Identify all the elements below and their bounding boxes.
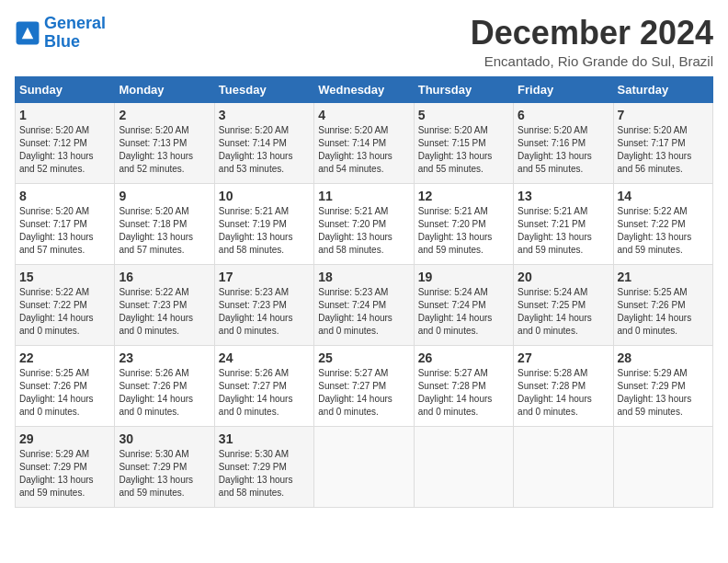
calendar-cell: 23Sunrise: 5:26 AM Sunset: 7:26 PM Dayli… bbox=[115, 345, 214, 426]
day-number: 11 bbox=[318, 189, 409, 203]
day-info: Sunrise: 5:30 AM Sunset: 7:29 PM Dayligh… bbox=[119, 448, 210, 500]
day-info: Sunrise: 5:20 AM Sunset: 7:14 PM Dayligh… bbox=[318, 124, 409, 176]
calendar-cell: 19Sunrise: 5:24 AM Sunset: 7:24 PM Dayli… bbox=[414, 264, 513, 345]
day-info: Sunrise: 5:21 AM Sunset: 7:19 PM Dayligh… bbox=[219, 205, 310, 257]
calendar-cell bbox=[514, 426, 613, 507]
day-of-week-monday: Monday bbox=[115, 76, 214, 102]
day-number: 16 bbox=[119, 270, 210, 284]
day-info: Sunrise: 5:23 AM Sunset: 7:24 PM Dayligh… bbox=[318, 286, 409, 338]
day-info: Sunrise: 5:20 AM Sunset: 7:12 PM Dayligh… bbox=[19, 124, 110, 176]
day-info: Sunrise: 5:25 AM Sunset: 7:26 PM Dayligh… bbox=[19, 367, 110, 419]
calendar-cell: 2Sunrise: 5:20 AM Sunset: 7:13 PM Daylig… bbox=[115, 102, 214, 183]
title-block: December 2024 Encantado, Rio Grande do S… bbox=[471, 15, 713, 69]
calendar-cell: 13Sunrise: 5:21 AM Sunset: 7:21 PM Dayli… bbox=[514, 183, 613, 264]
day-number: 6 bbox=[518, 108, 609, 122]
day-number: 9 bbox=[119, 189, 210, 203]
day-info: Sunrise: 5:21 AM Sunset: 7:21 PM Dayligh… bbox=[518, 205, 609, 257]
day-info: Sunrise: 5:20 AM Sunset: 7:13 PM Dayligh… bbox=[119, 124, 210, 176]
calendar-cell: 29Sunrise: 5:29 AM Sunset: 7:29 PM Dayli… bbox=[16, 426, 115, 507]
calendar-cell: 4Sunrise: 5:20 AM Sunset: 7:14 PM Daylig… bbox=[314, 102, 414, 183]
day-number: 24 bbox=[219, 350, 310, 365]
calendar-cell: 5Sunrise: 5:20 AM Sunset: 7:15 PM Daylig… bbox=[414, 102, 513, 183]
calendar-week-5: 29Sunrise: 5:29 AM Sunset: 7:29 PM Dayli… bbox=[16, 426, 713, 507]
calendar-cell: 24Sunrise: 5:26 AM Sunset: 7:27 PM Dayli… bbox=[214, 345, 313, 426]
day-number: 30 bbox=[119, 431, 210, 446]
day-number: 3 bbox=[219, 108, 310, 122]
location: Encantado, Rio Grande do Sul, Brazil bbox=[471, 53, 713, 69]
day-info: Sunrise: 5:22 AM Sunset: 7:22 PM Dayligh… bbox=[618, 205, 709, 257]
day-number: 29 bbox=[19, 431, 110, 446]
calendar-cell: 31Sunrise: 5:30 AM Sunset: 7:29 PM Dayli… bbox=[214, 426, 313, 507]
calendar-cell: 8Sunrise: 5:20 AM Sunset: 7:17 PM Daylig… bbox=[16, 183, 115, 264]
day-info: Sunrise: 5:27 AM Sunset: 7:28 PM Dayligh… bbox=[418, 367, 509, 419]
day-info: Sunrise: 5:26 AM Sunset: 7:26 PM Dayligh… bbox=[119, 367, 210, 419]
calendar-cell: 7Sunrise: 5:20 AM Sunset: 7:17 PM Daylig… bbox=[613, 102, 712, 183]
calendar-cell: 10Sunrise: 5:21 AM Sunset: 7:19 PM Dayli… bbox=[214, 183, 313, 264]
calendar-cell: 20Sunrise: 5:24 AM Sunset: 7:25 PM Dayli… bbox=[514, 264, 613, 345]
day-of-week-wednesday: Wednesday bbox=[314, 76, 414, 102]
day-number: 31 bbox=[219, 431, 310, 446]
day-info: Sunrise: 5:20 AM Sunset: 7:17 PM Dayligh… bbox=[618, 124, 709, 176]
calendar-week-1: 1Sunrise: 5:20 AM Sunset: 7:12 PM Daylig… bbox=[16, 102, 713, 183]
day-number: 10 bbox=[219, 189, 310, 203]
calendar-week-4: 22Sunrise: 5:25 AM Sunset: 7:26 PM Dayli… bbox=[16, 345, 713, 426]
calendar-cell: 3Sunrise: 5:20 AM Sunset: 7:14 PM Daylig… bbox=[214, 102, 313, 183]
calendar-cell: 30Sunrise: 5:30 AM Sunset: 7:29 PM Dayli… bbox=[115, 426, 214, 507]
day-number: 7 bbox=[618, 108, 709, 122]
day-number: 13 bbox=[518, 189, 609, 203]
calendar-cell: 25Sunrise: 5:27 AM Sunset: 7:27 PM Dayli… bbox=[314, 345, 414, 426]
day-number: 28 bbox=[618, 350, 709, 365]
day-number: 22 bbox=[19, 350, 110, 365]
day-of-week-sunday: Sunday bbox=[16, 76, 115, 102]
calendar-cell: 14Sunrise: 5:22 AM Sunset: 7:22 PM Dayli… bbox=[613, 183, 712, 264]
day-number: 15 bbox=[19, 270, 110, 284]
day-number: 12 bbox=[418, 189, 509, 203]
calendar-cell: 18Sunrise: 5:23 AM Sunset: 7:24 PM Dayli… bbox=[314, 264, 414, 345]
calendar-cell bbox=[613, 426, 712, 507]
day-number: 18 bbox=[318, 270, 409, 284]
day-info: Sunrise: 5:21 AM Sunset: 7:20 PM Dayligh… bbox=[318, 205, 409, 257]
day-number: 21 bbox=[618, 270, 709, 284]
day-number: 2 bbox=[119, 108, 210, 122]
day-info: Sunrise: 5:20 AM Sunset: 7:17 PM Dayligh… bbox=[19, 205, 110, 257]
day-info: Sunrise: 5:30 AM Sunset: 7:29 PM Dayligh… bbox=[219, 448, 310, 500]
page-header: GeneralBlue December 2024 Encantado, Rio… bbox=[15, 15, 713, 69]
day-info: Sunrise: 5:20 AM Sunset: 7:16 PM Dayligh… bbox=[518, 124, 609, 176]
calendar-cell bbox=[414, 426, 513, 507]
calendar-cell: 1Sunrise: 5:20 AM Sunset: 7:12 PM Daylig… bbox=[16, 102, 115, 183]
day-info: Sunrise: 5:22 AM Sunset: 7:23 PM Dayligh… bbox=[119, 286, 210, 338]
month-title: December 2024 bbox=[471, 15, 713, 52]
calendar-cell: 21Sunrise: 5:25 AM Sunset: 7:26 PM Dayli… bbox=[613, 264, 712, 345]
calendar-week-3: 15Sunrise: 5:22 AM Sunset: 7:22 PM Dayli… bbox=[16, 264, 713, 345]
day-number: 26 bbox=[418, 350, 509, 365]
days-of-week-header: SundayMondayTuesdayWednesdayThursdayFrid… bbox=[16, 76, 713, 102]
logo: GeneralBlue bbox=[15, 15, 106, 52]
day-number: 23 bbox=[119, 350, 210, 365]
calendar-cell: 27Sunrise: 5:28 AM Sunset: 7:28 PM Dayli… bbox=[514, 345, 613, 426]
day-info: Sunrise: 5:24 AM Sunset: 7:25 PM Dayligh… bbox=[518, 286, 609, 338]
calendar-cell: 17Sunrise: 5:23 AM Sunset: 7:23 PM Dayli… bbox=[214, 264, 313, 345]
day-info: Sunrise: 5:23 AM Sunset: 7:23 PM Dayligh… bbox=[219, 286, 310, 338]
day-info: Sunrise: 5:25 AM Sunset: 7:26 PM Dayligh… bbox=[618, 286, 709, 338]
day-of-week-friday: Friday bbox=[514, 76, 613, 102]
day-info: Sunrise: 5:26 AM Sunset: 7:27 PM Dayligh… bbox=[219, 367, 310, 419]
day-info: Sunrise: 5:29 AM Sunset: 7:29 PM Dayligh… bbox=[618, 367, 709, 419]
day-number: 19 bbox=[418, 270, 509, 284]
day-info: Sunrise: 5:27 AM Sunset: 7:27 PM Dayligh… bbox=[318, 367, 409, 419]
day-info: Sunrise: 5:20 AM Sunset: 7:14 PM Dayligh… bbox=[219, 124, 310, 176]
calendar-table: SundayMondayTuesdayWednesdayThursdayFrid… bbox=[15, 76, 713, 508]
logo-icon bbox=[15, 20, 40, 46]
calendar-cell: 11Sunrise: 5:21 AM Sunset: 7:20 PM Dayli… bbox=[314, 183, 414, 264]
day-info: Sunrise: 5:21 AM Sunset: 7:20 PM Dayligh… bbox=[418, 205, 509, 257]
day-info: Sunrise: 5:20 AM Sunset: 7:15 PM Dayligh… bbox=[418, 124, 509, 176]
calendar-cell: 26Sunrise: 5:27 AM Sunset: 7:28 PM Dayli… bbox=[414, 345, 513, 426]
calendar-body: 1Sunrise: 5:20 AM Sunset: 7:12 PM Daylig… bbox=[16, 102, 713, 507]
day-number: 14 bbox=[618, 189, 709, 203]
day-number: 25 bbox=[318, 350, 409, 365]
calendar-cell: 28Sunrise: 5:29 AM Sunset: 7:29 PM Dayli… bbox=[613, 345, 712, 426]
day-number: 17 bbox=[219, 270, 310, 284]
day-of-week-saturday: Saturday bbox=[613, 76, 712, 102]
day-info: Sunrise: 5:29 AM Sunset: 7:29 PM Dayligh… bbox=[19, 448, 110, 500]
day-number: 5 bbox=[418, 108, 509, 122]
calendar-cell bbox=[314, 426, 414, 507]
